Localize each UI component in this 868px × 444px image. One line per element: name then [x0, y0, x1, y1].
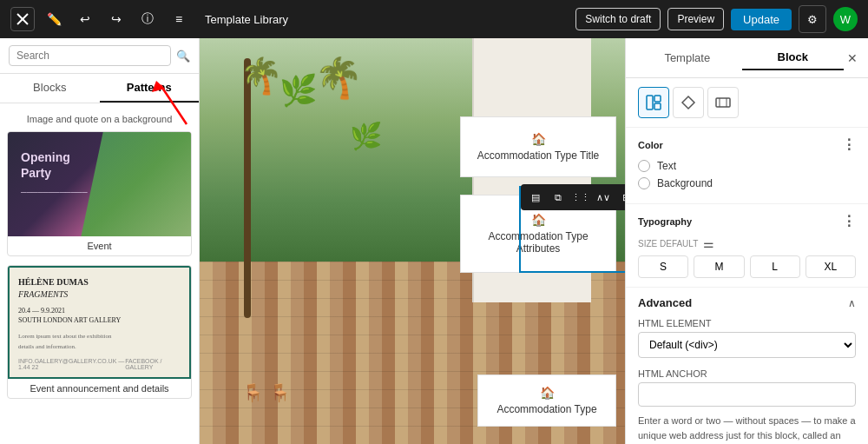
search-icon[interactable]: 🔍 [176, 50, 190, 63]
pattern-card-event[interactable]: Opening Party ──────────── Event [7, 131, 192, 256]
size-l-button[interactable]: L [750, 255, 800, 278]
layout-icon-button[interactable] [638, 87, 669, 118]
right-sidebar-close-button[interactable]: ✕ [847, 51, 858, 65]
sidebar-content: Image and quote on a background Opening … [0, 103, 199, 444]
color-bg-radio[interactable] [638, 177, 650, 189]
update-button[interactable]: Update [731, 9, 792, 30]
size-s-button[interactable]: S [638, 255, 688, 278]
tab-blocks[interactable]: Blocks [0, 74, 100, 103]
home-icon-2: 🏠 [531, 213, 546, 227]
advanced-header[interactable]: Advanced ∧ [638, 296, 856, 309]
block-attributes-text: Accommodation Type Attributes [488, 230, 588, 255]
html-anchor-input[interactable] [638, 382, 856, 407]
block-tool-layout[interactable]: ▤ [525, 187, 546, 208]
transform-icon [681, 95, 696, 110]
html-anchor-label: HTML ANCHOR [638, 368, 856, 379]
right-sidebar-header: Template Block ✕ [626, 38, 868, 78]
block-icons-row [638, 87, 856, 118]
rs-tab-block[interactable]: Block [742, 45, 845, 70]
section-label: Image and quote on a background [7, 110, 192, 131]
size-m-button[interactable]: M [694, 255, 744, 278]
advanced-section: Advanced ∧ HTML ELEMENT Default (<div>) … [626, 288, 868, 444]
user-avatar[interactable]: W [833, 7, 858, 31]
pattern-card-event-details-label: Event announcement and details [8, 379, 191, 398]
settings-gear-button[interactable]: ⚙ [799, 5, 826, 33]
block-tool-drag[interactable]: ⋮⋮ [570, 187, 591, 208]
svg-rect-5 [654, 96, 661, 102]
plants-area: 🌴 🌿 🌴 🌿 [221, 58, 456, 383]
page-title: Template Library [205, 13, 288, 26]
undo-icon[interactable]: ↩ [73, 7, 97, 31]
color-text-option[interactable]: Text [638, 160, 856, 172]
transform-icon-button[interactable] [673, 87, 704, 118]
color-text-label: Text [657, 160, 676, 172]
size-slider-icon[interactable]: ⚌ [703, 236, 714, 250]
preview-button[interactable]: Preview [667, 8, 724, 30]
canvas-block-accommodation-title[interactable]: 🏠 Accommodation Type Title [460, 116, 616, 177]
size-label-row: SIZE DEFAULT ⚌ [638, 236, 856, 250]
anchor-hint-text: Enter a word or two — without spaces — t… [638, 414, 856, 444]
color-label: Color [638, 140, 663, 150]
pattern-card-event-details[interactable]: HÉLÈNE DUMAS FRAGMENTS 20.4 — 9.9.2021 S… [7, 265, 192, 399]
rs-tab-template[interactable]: Template [636, 46, 739, 70]
block-tool-copy[interactable]: ⧉ [548, 187, 569, 208]
size-xl-button[interactable]: XL [806, 255, 856, 278]
typography-label: Typography [638, 216, 692, 227]
left-sidebar: 🔍 Blocks Patterns Image and quote on a b… [0, 38, 200, 444]
top-bar: ✏️ ↩ ↪ ⓘ ≡ Template Library Switch to dr… [0, 0, 868, 38]
pattern-card-event-label: Event [8, 236, 191, 255]
html-element-select[interactable]: Default (<div>) [638, 332, 856, 358]
block-title-text: Accommodation Type Title [477, 149, 600, 162]
top-bar-right: Switch to draft Preview Update ⚙ W [575, 5, 858, 33]
html-element-field-group: HTML ELEMENT Default (<div>) [638, 318, 856, 358]
canvas-content: 🌴 🌿 🌴 🌿 🪑 🪑 ⭕ ▤ ⧉ ⋮⋮ ∧∨ ⊟ ⋮ 🏠 Accommodat… [200, 38, 625, 444]
right-sidebar: Template Block ✕ Color ⋮ [625, 38, 868, 444]
width-icon-button[interactable] [707, 87, 739, 118]
pattern-card-event-image: Opening Party ──────────── [8, 132, 191, 236]
block-icons-section [626, 78, 868, 128]
main-layout: 🔍 Blocks Patterns Image and quote on a b… [0, 38, 868, 444]
pattern-card-event-details-image: HÉLÈNE DUMAS FRAGMENTS 20.4 — 9.9.2021 S… [8, 266, 191, 379]
home-icon-3: 🏠 [540, 386, 555, 400]
advanced-title: Advanced [638, 296, 692, 309]
color-bg-label: Background [657, 177, 713, 189]
search-bar: 🔍 [0, 38, 199, 74]
html-element-label: HTML ELEMENT [638, 318, 856, 328]
redo-icon[interactable]: ↪ [104, 7, 128, 31]
html-anchor-field-group: HTML ANCHOR [638, 368, 856, 407]
advanced-chevron-up-icon[interactable]: ∧ [848, 297, 856, 309]
furniture-area: 🪑 🪑 [242, 382, 291, 403]
size-options: S M L XL [638, 255, 856, 278]
home-icon-1: 🏠 [531, 132, 546, 146]
canvas-block-accommodation-type[interactable]: 🏠 Accommodation Type [477, 374, 616, 427]
color-section: Color ⋮ Text Background [626, 128, 868, 204]
svg-rect-7 [716, 98, 730, 107]
color-text-radio[interactable] [638, 160, 650, 172]
close-editor-button[interactable] [10, 7, 35, 31]
top-bar-left: ✏️ ↩ ↪ ⓘ ≡ Template Library [10, 7, 569, 31]
layout-icon [646, 95, 661, 110]
block-tool-align[interactable]: ⊟ [615, 187, 625, 208]
search-input[interactable] [9, 45, 171, 66]
typography-section-title: Typography ⋮ [638, 213, 856, 229]
tab-patterns[interactable]: Patterns [100, 74, 200, 103]
color-bg-option[interactable]: Background [638, 177, 856, 189]
canvas-area[interactable]: 🌴 🌿 🌴 🌿 🪑 🪑 ⭕ ▤ ⧉ ⋮⋮ ∧∨ ⊟ ⋮ 🏠 Accommodat… [200, 38, 625, 444]
pencil-icon[interactable]: ✏️ [42, 7, 66, 31]
size-label-text: SIZE DEFAULT [638, 239, 698, 249]
sidebar-tabs: Blocks Patterns [0, 74, 199, 103]
width-icon [715, 95, 731, 110]
list-icon[interactable]: ≡ [167, 7, 191, 31]
block-tool-move[interactable]: ∧∨ [593, 187, 614, 208]
color-more-icon[interactable]: ⋮ [842, 136, 856, 153]
typography-more-icon[interactable]: ⋮ [842, 213, 856, 229]
info-icon[interactable]: ⓘ [135, 7, 160, 31]
switch-to-draft-button[interactable]: Switch to draft [575, 8, 661, 30]
svg-rect-4 [647, 96, 653, 109]
block-toolbar[interactable]: ▤ ⧉ ⋮⋮ ∧∨ ⊟ ⋮ [521, 184, 625, 210]
block-type-text: Accommodation Type [496, 403, 596, 415]
svg-rect-6 [654, 103, 661, 109]
typography-section: Typography ⋮ SIZE DEFAULT ⚌ S M L XL [626, 204, 868, 288]
color-section-title: Color ⋮ [638, 136, 856, 153]
